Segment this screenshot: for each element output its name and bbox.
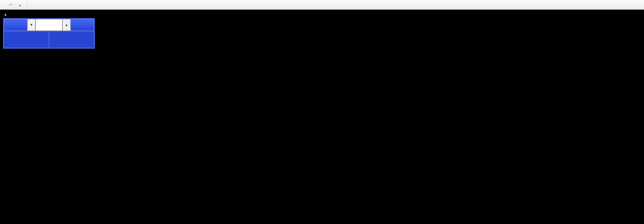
toolbar-separator: [27, 2, 29, 8]
one-click-trading-panel: ▼ ▲: [3, 18, 95, 49]
price-chart-svg[interactable]: [0, 0, 644, 224]
buy-price-display[interactable]: [49, 31, 94, 48]
buy-button[interactable]: [71, 19, 94, 31]
chevron-down-icon: ▾: [19, 4, 21, 7]
volume-input[interactable]: [35, 19, 62, 31]
sell-button[interactable]: [4, 19, 27, 31]
volume-up-button[interactable]: ▲: [62, 19, 71, 31]
text-label-tool-icon[interactable]: [9, 4, 12, 5]
volume-down-button[interactable]: ▼: [27, 19, 35, 31]
shapes-tool-icon[interactable]: ▾: [18, 2, 21, 8]
sell-price-display[interactable]: [4, 31, 49, 48]
toolbar: ▾: [0, 0, 644, 10]
mt4-window: ▾ ▲ ▼ ▲: [0, 0, 644, 224]
